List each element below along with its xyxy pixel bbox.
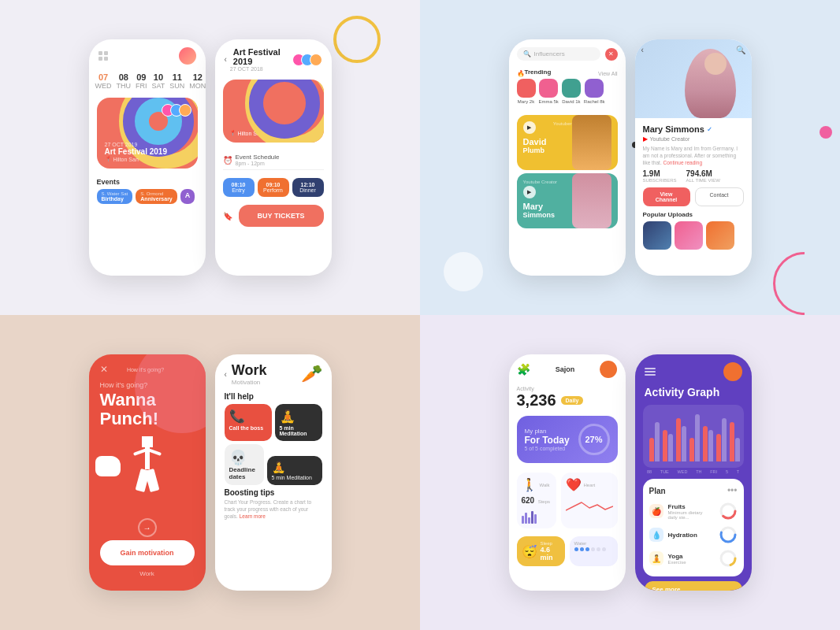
bar-group bbox=[716, 418, 727, 461]
date-item: 09 FRI bbox=[136, 72, 147, 90]
influencer-photo bbox=[572, 115, 611, 170]
person-illustration bbox=[120, 436, 175, 507]
water-dot-empty bbox=[597, 547, 600, 551]
date-number: 07 bbox=[98, 72, 108, 82]
activity-num-row: 3,236 Daily bbox=[517, 391, 618, 410]
see-more-button[interactable]: See more All most daily done! › bbox=[645, 581, 742, 591]
meditation-icon: 🧘 bbox=[280, 409, 318, 424]
date-number: 08 bbox=[119, 72, 128, 82]
work-label: Work bbox=[89, 570, 206, 577]
daily-badge: Daily bbox=[561, 396, 584, 405]
time-value: 08:10 bbox=[228, 182, 250, 187]
bar-group bbox=[663, 430, 673, 461]
influencer-card-david[interactable]: ▶ David Plumb Youtuber bbox=[517, 115, 618, 170]
graph-label: WED bbox=[678, 469, 688, 474]
avatar-name: Rachel 8k bbox=[584, 99, 605, 104]
plan-item-info: Yoga Exercise bbox=[668, 553, 714, 565]
contact-button[interactable]: Contact bbox=[695, 187, 744, 206]
chart-bar bbox=[528, 517, 530, 524]
water-dot bbox=[585, 547, 589, 551]
graph-label: FRI bbox=[710, 469, 717, 474]
read-more-link[interactable]: Continue reading bbox=[663, 160, 703, 165]
buy-tickets-button[interactable]: BUY TICKETS bbox=[239, 205, 324, 227]
influencer-photo bbox=[572, 173, 611, 228]
chart-bar bbox=[534, 514, 537, 524]
close-button[interactable]: ✕ bbox=[605, 48, 618, 61]
back-button[interactable]: ‹ bbox=[225, 370, 227, 379]
trend-avatar-mary[interactable]: Mary 2k bbox=[517, 79, 536, 104]
skull-icon: 💀 bbox=[229, 449, 259, 466]
more-options-icon[interactable]: ••• bbox=[727, 485, 738, 496]
chart-bar bbox=[522, 516, 524, 524]
help-card-meditation[interactable]: 🧘 5 min Meditation bbox=[275, 404, 322, 441]
bar bbox=[655, 422, 660, 461]
back-button[interactable]: ‹ bbox=[225, 55, 227, 64]
trend-avatar-emma[interactable]: Emma 5k bbox=[539, 79, 559, 104]
meditation-card: 🧘 5 min Meditation bbox=[267, 456, 322, 485]
bar bbox=[689, 438, 694, 461]
influencer-card-mary[interactable]: Youtube Creator ▶ Mary Simmons bbox=[517, 173, 618, 228]
phone-q2-profile: ‹ 🔍 Mary Simmons ✓ ▶ Youtube Creator My … bbox=[635, 39, 752, 276]
plan-card[interactable]: My plan For Today 5 of 5 completed 27% bbox=[517, 416, 618, 463]
view-all-link[interactable]: View All bbox=[551, 71, 617, 76]
plan-section: Plan ••• 🍎 Fruits Minimum dietary daily … bbox=[643, 479, 744, 576]
popular-uploads-title: Popular Uploads bbox=[643, 211, 744, 218]
activity-graph bbox=[643, 405, 744, 468]
event-card: 27 OCT 2019 Art Festival 2019 📍 Hilton S… bbox=[97, 98, 198, 169]
help-card-boss[interactable]: 📞 Call the boss bbox=[225, 404, 272, 441]
view-channel-button[interactable]: View Channel bbox=[643, 187, 690, 206]
time-label: Entry bbox=[228, 187, 250, 193]
progress-value: 27% bbox=[585, 435, 602, 444]
trend-avatar-david[interactable]: David 1k bbox=[562, 79, 581, 104]
upload-thumb-3[interactable] bbox=[706, 221, 734, 250]
progress-ring-yoga bbox=[719, 549, 738, 568]
meditation-icon: 🧘 bbox=[272, 461, 318, 473]
back-button[interactable]: ‹ bbox=[641, 46, 644, 54]
upload-thumb-2[interactable] bbox=[675, 221, 703, 250]
graph-label: T bbox=[737, 469, 739, 474]
hydration-icon: 💧 bbox=[649, 528, 663, 542]
quadrant-1: 07 WED 08 THU 09 FRI 10 SAT 11 SUN 12 MO… bbox=[0, 0, 420, 315]
influencer-role: Youtuber bbox=[553, 121, 572, 126]
phone-b-header-content: Art Festival 2019 27 OCT 2018 bbox=[230, 47, 293, 72]
schedule-section: ⏰ Event Schedule 8pm - 12pm bbox=[215, 147, 332, 173]
fruits-icon: 🍎 bbox=[649, 504, 663, 518]
card-info: 27 OCT 2019 Art Festival 2019 📍 Hilton S… bbox=[105, 142, 168, 162]
bar bbox=[668, 434, 673, 461]
plan-item-sub: Minimum dietary daily ste... bbox=[668, 510, 714, 520]
bottom-metrics: 😴 Sleep 4.6 min Water bbox=[509, 533, 626, 571]
plan-sub: 5 of 5 completed bbox=[525, 446, 570, 451]
search-bar[interactable]: 🔍 Influencers bbox=[517, 47, 600, 61]
search-button[interactable]: 🔍 bbox=[736, 46, 745, 54]
learn-more-link[interactable]: Learn more bbox=[240, 513, 266, 519]
event-tag-anniversary: S. Ormond Anniversary bbox=[136, 189, 177, 204]
clock-icon: ⏰ bbox=[223, 156, 232, 165]
trend-avatar-rachel[interactable]: Rachel 8k bbox=[584, 79, 605, 104]
metric-header: ❤️ Heart bbox=[566, 477, 613, 492]
bar-group bbox=[649, 422, 660, 461]
card-label: Call the boss bbox=[229, 425, 267, 431]
graph-label: TH bbox=[696, 469, 701, 474]
date-item: 11 SUN bbox=[169, 72, 184, 90]
phone-header bbox=[89, 39, 206, 69]
bar-group bbox=[703, 426, 713, 461]
bookmark-icon[interactable]: 🔖 bbox=[223, 212, 232, 220]
phone-q3-motivation: ✕ How it's going? How it's going? Wanna … bbox=[89, 354, 206, 591]
upload-thumb-1[interactable] bbox=[643, 221, 671, 250]
progress-ring-hydration bbox=[719, 525, 738, 544]
play-button[interactable]: ▶ bbox=[523, 121, 536, 134]
phone-q1-event-detail: ‹ Art Festival 2019 27 OCT 2018 📍 Hilton… bbox=[215, 39, 332, 276]
gain-motivation-button[interactable]: Gain motivation bbox=[100, 540, 195, 565]
plan-label: My plan bbox=[525, 428, 570, 435]
close-icon[interactable]: ✕ bbox=[100, 364, 108, 375]
arrow-right-icon: › bbox=[732, 588, 734, 591]
menu-icon[interactable] bbox=[645, 368, 656, 376]
date-item: 07 WED bbox=[95, 72, 112, 90]
profile-stats: 1.9M SUBSCRIBERS 794.6M ALL TIME VIEW bbox=[643, 169, 744, 183]
schedule-time: 8pm - 12pm bbox=[236, 161, 280, 166]
play-button[interactable]: ▶ bbox=[523, 186, 536, 198]
stat-label: SUBSCRIBERS bbox=[643, 178, 677, 183]
metric-heart: ❤️ Heart bbox=[561, 472, 618, 528]
profile-role: Youtube Creator bbox=[650, 136, 690, 142]
water-dot bbox=[574, 547, 578, 551]
